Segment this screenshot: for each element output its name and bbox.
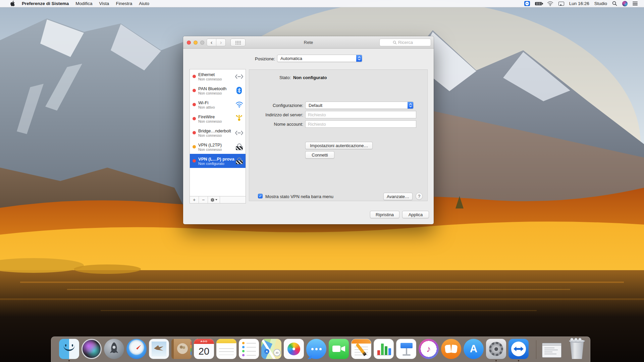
menu-finestra[interactable]: Finestra (112, 0, 136, 7)
display-mirroring-icon[interactable] (557, 0, 565, 7)
add-service-button[interactable]: + (190, 196, 199, 203)
search-field[interactable] (379, 39, 431, 46)
dock-item-teamviewer[interactable] (508, 339, 529, 359)
status-dot-red (193, 89, 196, 92)
dock-item-pages[interactable] (351, 339, 371, 359)
service-status: Non attivo (198, 105, 235, 109)
dock-item-system-preferences[interactable] (486, 339, 506, 359)
bluetooth-icon (235, 86, 244, 95)
sidebar-item-ethernet[interactable]: Ethernet Non connesso (190, 69, 246, 83)
dock-item-finder[interactable] (59, 339, 79, 359)
sidebar-item-firewire[interactable]: FireWire Non connesso (190, 112, 246, 126)
dock-item-contacts[interactable] (171, 339, 192, 359)
sidebar-item-pan-bluetooth[interactable]: PAN Bluetooth Non connesso (190, 83, 246, 98)
menu-aiuto[interactable]: Aiuto (136, 0, 153, 7)
dock-item-minimized-window[interactable] (542, 339, 562, 359)
configuration-value: Default (306, 103, 408, 108)
menu-modifica[interactable]: Modifica (72, 0, 96, 7)
service-status: Non connesso (198, 147, 235, 152)
spotlight-search-icon[interactable] (611, 0, 618, 7)
connect-button[interactable]: Connetti (305, 151, 334, 159)
search-input[interactable] (398, 40, 418, 45)
teamviewer-menu-icon[interactable] (523, 0, 531, 7)
dock-item-numbers[interactable] (374, 339, 394, 359)
dock-item-keynote[interactable] (396, 339, 416, 359)
dock-item-launchpad[interactable] (104, 339, 124, 359)
revert-button[interactable]: Ripristina (370, 211, 399, 218)
wifi-menu-icon[interactable] (546, 0, 554, 7)
sidebar-item-bridge-thunderbolt[interactable]: Bridge…nderbolt Non connesso (190, 126, 246, 140)
dock-item-app-store[interactable]: A (464, 339, 484, 359)
zoom-button[interactable] (200, 41, 204, 45)
advanced-button[interactable]: Avanzate… (383, 193, 413, 200)
dock-item-messages[interactable] (306, 339, 326, 359)
sidebar-item-vpn-prova[interactable]: VPN (L…P) prova Non configurato (190, 154, 246, 168)
dock-item-mail[interactable] (149, 339, 169, 359)
ethernet-icon (235, 74, 244, 79)
server-address-label: Indirizzo del server: (249, 112, 303, 117)
traffic-lights (187, 41, 204, 45)
server-address-input[interactable] (305, 111, 416, 118)
dock-item-itunes[interactable]: ♪ (419, 339, 439, 359)
running-indicator-teamviewer (518, 360, 519, 361)
dock-item-ibooks[interactable] (441, 339, 461, 359)
configuration-popup[interactable]: Default (305, 102, 414, 109)
chevron-down-icon (215, 199, 217, 200)
service-status: Non connesso (198, 133, 235, 137)
menu-vista[interactable]: Vista (96, 0, 113, 7)
sidebar-toolbar: + − (190, 196, 246, 203)
service-status: Non connesso (198, 77, 235, 81)
menu-clock[interactable]: Lun 16:26 (568, 1, 590, 6)
dock-item-trash[interactable] (567, 339, 587, 359)
service-name: VPN (L2TP) (198, 142, 235, 147)
dock-item-maps[interactable]: 3D (261, 339, 281, 359)
sidebar-item-wifi[interactable]: Wi-Fi Non attivo (190, 98, 246, 112)
location-label: Posizione: (208, 56, 275, 61)
ethernet-icon (235, 130, 244, 135)
firewire-icon (235, 115, 244, 123)
forward-button[interactable]: › (216, 39, 225, 46)
status-label: Stato: (249, 75, 291, 80)
help-button[interactable]: ? (416, 193, 423, 200)
apple-icon (10, 1, 15, 6)
apply-button[interactable]: Applica (402, 211, 429, 218)
dock-item-safari[interactable] (126, 339, 147, 359)
dock-item-photos[interactable] (284, 339, 304, 359)
location-popup[interactable]: Automatica (277, 55, 362, 62)
service-name: Bridge…nderbolt (198, 128, 235, 133)
show-all-button[interactable] (230, 39, 246, 46)
dock-item-siri[interactable] (82, 339, 102, 359)
battery-icon[interactable] (534, 0, 543, 7)
authentication-settings-button[interactable]: Impostazioni autenticazione… (305, 142, 373, 149)
popup-stepper-icon (356, 55, 362, 62)
service-actions-button[interactable] (208, 196, 220, 203)
services-sidebar: Ethernet Non connesso PAN Bluetooth Non … (190, 69, 246, 203)
dock: AGO 20 3D (51, 337, 590, 362)
configuration-label: Configurazione: (249, 103, 303, 108)
dock-item-facetime[interactable] (329, 339, 349, 359)
sidebar-item-vpn-l2tp[interactable]: VPN (L2TP) Non connesso (190, 140, 246, 154)
status-dot-red (193, 75, 196, 78)
apple-menu[interactable] (7, 0, 18, 7)
service-status: Non connesso (198, 119, 235, 123)
dock-item-notes[interactable] (216, 339, 236, 359)
menu-app-name[interactable]: Preferenze di Sistema (18, 0, 72, 7)
menu-user[interactable]: Studio (593, 1, 608, 6)
service-name: Ethernet (198, 72, 235, 77)
checkmark-icon: ✓ (259, 194, 262, 198)
close-button[interactable] (187, 41, 191, 45)
service-name: FireWire (198, 114, 235, 119)
notification-center-icon[interactable] (632, 0, 639, 7)
network-preferences-window: ‹ › Rete Posizione: Automatica (183, 36, 434, 224)
dock-item-calendar[interactable]: AGO 20 (194, 339, 214, 359)
dock-divider (536, 340, 536, 359)
window-titlebar[interactable]: ‹ › Rete (183, 36, 434, 49)
remove-service-button[interactable]: − (199, 196, 208, 203)
account-name-input[interactable] (305, 120, 416, 128)
back-button[interactable]: ‹ (207, 39, 216, 46)
show-vpn-status-checkbox[interactable]: ✓ (258, 194, 263, 198)
show-vpn-status-label: Mostra stato VPN nella barra menu (265, 194, 359, 199)
siri-menu-icon[interactable] (621, 0, 629, 7)
dock-item-reminders[interactable] (239, 339, 259, 359)
minimize-button[interactable] (194, 41, 198, 45)
